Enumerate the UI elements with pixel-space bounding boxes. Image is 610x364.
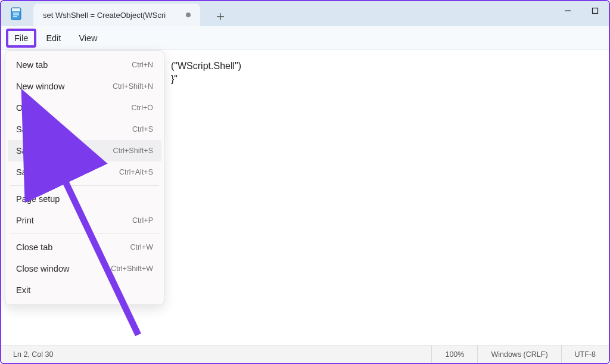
svg-rect-8 — [593, 8, 598, 14]
menu-item-label: Save — [16, 125, 36, 134]
menu-item-shortcut: Ctrl+Shift+W — [111, 265, 153, 273]
menu-item-shortcut: Ctrl+P — [132, 216, 153, 225]
unsaved-indicator-icon — [186, 13, 191, 17]
tab-title: set WshShell = CreateObject(WScri — [43, 11, 166, 20]
file-menu-item-page-setup[interactable]: Page setup — [8, 188, 161, 210]
menu-item-shortcut: Ctrl+W — [130, 243, 153, 251]
menu-separator — [10, 234, 159, 234]
menu-item-label: New window — [16, 82, 64, 91]
minimize-button[interactable] — [554, 1, 581, 20]
menu-item-label: Open — [16, 103, 37, 113]
file-menu-item-new-window[interactable]: New windowCtrl+Shift+N — [8, 76, 161, 97]
file-menu-item-open[interactable]: OpenCtrl+O — [8, 97, 161, 119]
tab-strip: set WshShell = CreateObject(WScri — [33, 1, 230, 26]
menu-file[interactable]: File — [7, 30, 35, 46]
file-menu-item-save-as[interactable]: Save asCtrl+Shift+S — [8, 140, 161, 161]
menu-item-label: Exit — [16, 285, 30, 295]
status-cursor-position: Ln 2, Col 30 — [1, 350, 431, 359]
document-tab[interactable]: set WshShell = CreateObject(WScri — [33, 4, 200, 26]
file-menu-item-exit[interactable]: Exit — [8, 279, 161, 301]
file-menu-item-new-tab[interactable]: New tabCtrl+N — [8, 54, 161, 76]
menu-item-label: Close tab — [16, 242, 52, 252]
titlebar: set WshShell = CreateObject(WScri — [1, 1, 609, 26]
statusbar: Ln 2, Col 30 100% Windows (CRLF) UTF-8 — [1, 345, 609, 363]
menu-item-label: Close window — [16, 264, 69, 273]
menu-item-label: Save as — [16, 146, 47, 155]
file-menu-item-close-window[interactable]: Close windowCtrl+Shift+W — [8, 258, 161, 279]
file-menu-item-save-all[interactable]: Save allCtrl+Alt+S — [8, 161, 161, 183]
file-menu-dropdown: New tabCtrl+NNew windowCtrl+Shift+NOpenC… — [5, 50, 164, 305]
menu-edit[interactable]: Edit — [39, 30, 68, 46]
menu-item-label: Page setup — [16, 194, 60, 204]
status-zoom[interactable]: 100% — [431, 346, 477, 363]
menu-item-shortcut: Ctrl+N — [132, 61, 153, 69]
menu-item-label: Print — [16, 216, 34, 225]
maximize-button[interactable] — [581, 1, 609, 20]
menu-item-shortcut: Ctrl+S — [132, 125, 153, 133]
file-menu-item-print[interactable]: PrintCtrl+P — [8, 210, 161, 231]
menu-view[interactable]: View — [71, 30, 104, 46]
window-controls — [554, 1, 609, 26]
menu-item-label: Save all — [16, 167, 47, 177]
new-tab-button[interactable] — [211, 7, 230, 26]
file-menu-item-close-tab[interactable]: Close tabCtrl+W — [8, 237, 161, 258]
file-menu-item-save[interactable]: SaveCtrl+S — [8, 119, 161, 140]
svg-rect-1 — [12, 8, 20, 11]
menu-item-label: New tab — [16, 60, 48, 70]
editor-line-2-visible: }" — [171, 74, 178, 85]
menu-item-shortcut: Ctrl+Shift+S — [113, 147, 153, 155]
notepad-app-icon — [11, 7, 21, 20]
menubar: File Edit View — [1, 26, 609, 50]
menu-item-shortcut: Ctrl+Alt+S — [119, 168, 153, 176]
menu-item-shortcut: Ctrl+O — [132, 104, 153, 112]
status-encoding[interactable]: UTF-8 — [561, 346, 609, 363]
menu-item-shortcut: Ctrl+Shift+N — [113, 82, 153, 91]
status-line-ending[interactable]: Windows (CRLF) — [477, 346, 561, 363]
editor-line-1-visible: ("WScript.Shell") — [171, 61, 241, 71]
menu-separator — [10, 185, 159, 186]
